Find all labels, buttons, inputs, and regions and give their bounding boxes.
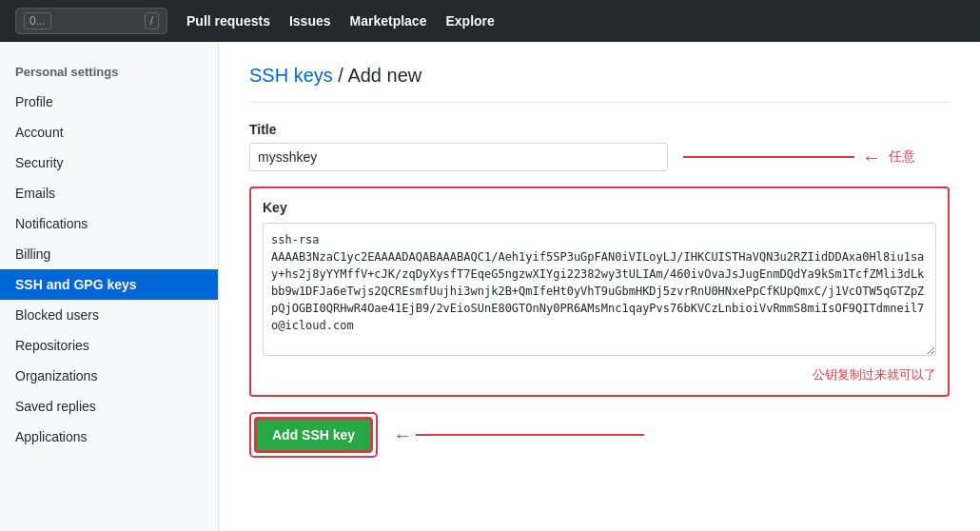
sidebar-item-notifications[interactable]: Notifications [0,208,218,239]
breadcrumb-current: Add new [347,65,421,86]
add-ssh-button-wrapper: Add SSH key [249,412,378,458]
slash-key-badge: / [145,12,159,30]
sidebar-title: Personal settings [0,57,218,87]
sidebar-item-security[interactable]: Security [0,148,218,178]
key-section: Key ssh-rsa AAAAB3NzaC1yc2EAAAADAQABAAAB… [249,187,950,397]
sidebar-item-repositories[interactable]: Repositories [0,330,218,361]
sidebar-item-ssh-gpg-keys[interactable]: SSH and GPG keys [0,269,218,300]
breadcrumb-separator: / [333,65,348,86]
pull-requests-link[interactable]: Pull requests [186,13,270,29]
sidebar-item-emails[interactable]: Emails [0,178,218,208]
sidebar-item-blocked-users[interactable]: Blocked users [0,300,218,330]
sidebar-item-applications[interactable]: Applications [0,422,218,452]
issues-link[interactable]: Issues [289,13,331,29]
search-box[interactable]: 0... / [15,8,167,34]
left-arrow-title: ← [862,147,881,168]
arrow-line-button [416,434,644,436]
top-navigation: 0... / Pull requests Issues Marketplace … [0,0,980,42]
sidebar-item-organizations[interactable]: Organizations [0,361,218,391]
title-input[interactable] [249,143,668,171]
main-content: SSH keys / Add new Title ← 任意 Key ssh-rs… [219,42,980,531]
button-annotation-row: ← [393,424,644,446]
button-row: Add SSH key ← [249,412,950,458]
breadcrumb: SSH keys / Add new [249,65,950,103]
title-annotation-text: 任意 [889,148,915,166]
sidebar-item-account[interactable]: Account [0,117,218,148]
sidebar-item-saved-replies[interactable]: Saved replies [0,391,218,422]
left-arrow-button: ← [393,424,412,446]
title-label: Title [249,122,950,137]
key-annotation-text: 公钥复制过来就可以了 [263,366,936,384]
search-placeholder-text: 0... [24,12,51,30]
explore-link[interactable]: Explore [445,13,494,29]
sidebar-item-profile[interactable]: Profile [0,87,218,117]
arrow-line-title [683,156,854,158]
breadcrumb-link[interactable]: SSH keys [249,65,333,86]
sidebar-item-billing[interactable]: Billing [0,239,218,269]
sidebar: Personal settings Profile Account Securi… [0,42,219,531]
title-annotation-row: ← 任意 [683,147,915,168]
key-textarea[interactable]: ssh-rsa AAAAB3NzaC1yc2EAAAADAQABAAABAQC1… [263,223,936,356]
marketplace-link[interactable]: Marketplace [350,13,427,29]
key-label: Key [263,200,936,215]
add-ssh-button[interactable]: Add SSH key [254,417,373,453]
title-form-group: Title ← 任意 [249,122,950,171]
